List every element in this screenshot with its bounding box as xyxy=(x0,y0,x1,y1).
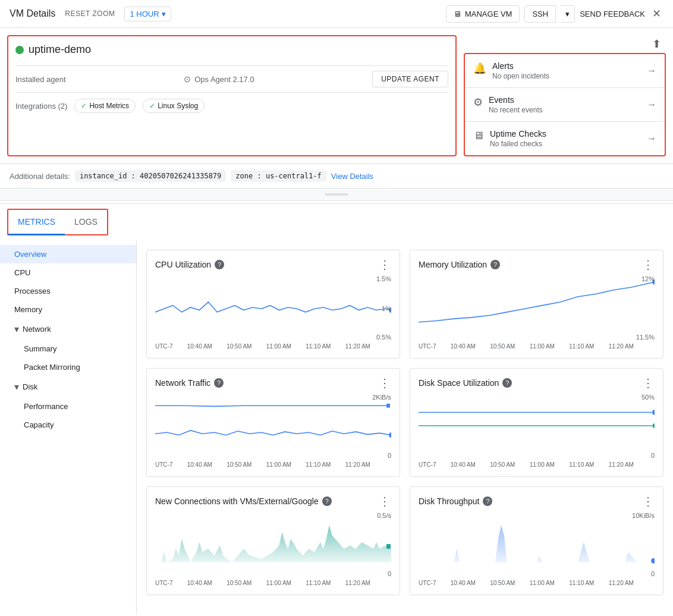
chart-header: Network Traffic ? ⋮ xyxy=(155,377,391,389)
y-label-bottom: 0 xyxy=(651,570,655,577)
y-label-top: 2KiB/s xyxy=(372,394,391,401)
send-feedback-button[interactable]: SEND FEEDBACK xyxy=(580,10,645,18)
manage-vm-label: MANAGE VM xyxy=(465,10,512,18)
x-label: 11:00 AM xyxy=(266,580,291,586)
y-label-top: 0.5/s xyxy=(377,512,391,519)
ssh-dropdown-button[interactable]: ▾ xyxy=(561,5,575,23)
integration-label: Host Metrics xyxy=(89,102,129,110)
page-title: VM Details xyxy=(10,8,55,19)
zone-badge: zone : us-central1-f xyxy=(231,170,326,182)
status-indicator xyxy=(15,46,24,54)
alert-item-left: 🔔 Alerts No open incidents xyxy=(473,61,549,80)
resize-handle[interactable] xyxy=(0,188,673,201)
chart-svg xyxy=(419,275,655,329)
alert-item-left: ⚙ Events No recent events xyxy=(473,95,543,114)
sidebar-item-network[interactable]: ▾ Network xyxy=(0,319,136,340)
x-label: UTC-7 xyxy=(419,461,436,468)
more-options-icon[interactable]: ⋮ xyxy=(379,495,391,507)
new-connections-chart: New Connections with VMs/External/Google… xyxy=(146,486,400,595)
more-options-icon[interactable]: ⋮ xyxy=(379,377,391,389)
top-bar-left: VM Details RESET ZOOM 1 HOUR ▾ xyxy=(10,7,171,21)
close-button[interactable]: ✕ xyxy=(650,5,663,23)
sidebar-label: Disk xyxy=(23,382,37,391)
time-selector[interactable]: 1 HOUR ▾ xyxy=(124,7,171,21)
x-label: 10:50 AM xyxy=(490,461,515,468)
more-options-icon[interactable]: ⋮ xyxy=(379,259,391,271)
chart-header: CPU Utilization ? ⋮ xyxy=(155,259,391,271)
tab-metrics[interactable]: METRICS xyxy=(8,210,65,235)
x-label: 11:00 AM xyxy=(530,461,555,468)
x-label: 11:00 AM xyxy=(266,343,291,350)
integration-label: Linux Syslog xyxy=(158,102,198,110)
sidebar-item-summary[interactable]: Summary xyxy=(0,340,136,358)
right-panel: ⬆ 🔔 Alerts No open incidents → ⚙ Events xyxy=(464,35,666,156)
y-label-mid: 1% xyxy=(382,305,391,312)
chart-svg xyxy=(155,394,391,447)
event-subtitle: No recent events xyxy=(489,106,543,114)
x-label: 11:10 AM xyxy=(569,580,594,586)
sidebar-label: CPU xyxy=(14,268,30,277)
tab-logs[interactable]: LOGS xyxy=(65,210,107,235)
y-label-top: 50% xyxy=(641,394,655,401)
chart-container: 12% 11.5% xyxy=(419,275,655,341)
events-item[interactable]: ⚙ Events No recent events → xyxy=(465,88,665,122)
uptime-checks-item[interactable]: 🖥 Uptime Checks No failed checks → xyxy=(465,122,665,155)
cpu-utilization-chart: CPU Utilization ? ⋮ 1.5% 1% 0.5% xyxy=(146,250,400,359)
integration-badge-linux-syslog: ✓ Linux Syslog xyxy=(143,99,205,113)
top-bar: VM Details RESET ZOOM 1 HOUR ▾ 🖥 MANAGE … xyxy=(0,0,673,28)
sidebar-label: Memory xyxy=(14,305,42,314)
x-label: 11:10 AM xyxy=(569,461,594,468)
chart-x-labels: UTC-7 10:40 AM 10:50 AM 11:00 AM 11:10 A… xyxy=(419,461,655,468)
x-label: 10:50 AM xyxy=(227,461,251,468)
sidebar-item-packet-mirroring[interactable]: Packet Mirroring xyxy=(0,358,136,376)
x-label: 10:40 AM xyxy=(451,343,476,350)
chevron-down-icon: ▾ xyxy=(565,10,570,18)
sidebar-item-performance[interactable]: Performance xyxy=(0,397,136,416)
sidebar-item-disk[interactable]: ▾ Disk xyxy=(0,376,136,397)
sidebar-item-capacity[interactable]: Capacity xyxy=(0,416,136,434)
charts-row-1: CPU Utilization ? ⋮ 1.5% 1% 0.5% xyxy=(146,250,663,359)
chart-x-labels: UTC-7 10:40 AM 10:50 AM 11:00 AM 11:10 A… xyxy=(155,343,391,350)
help-icon[interactable]: ? xyxy=(322,496,332,506)
chart-title-text: Network Traffic xyxy=(155,378,210,388)
svg-rect-5 xyxy=(653,424,655,428)
chart-title: Disk Throughput ? xyxy=(419,496,492,506)
metrics-section: METRICS LOGS Overview CPU Processes Memo… xyxy=(0,203,673,614)
help-icon[interactable]: ? xyxy=(215,260,224,269)
alerts-item[interactable]: 🔔 Alerts No open incidents → xyxy=(465,54,665,88)
arrow-icon: → xyxy=(647,65,656,76)
x-label: 10:50 AM xyxy=(227,580,251,586)
chart-title-text: Disk Space Utilization xyxy=(419,378,499,388)
y-label-top: 1.5% xyxy=(376,275,391,282)
collapse-button[interactable]: ⬆ xyxy=(464,35,666,53)
view-details-link[interactable]: View Details xyxy=(331,172,373,181)
help-icon[interactable]: ? xyxy=(502,378,512,388)
chart-x-labels: UTC-7 10:40 AM 10:50 AM 11:00 AM 11:10 A… xyxy=(419,580,655,586)
sidebar-item-overview[interactable]: Overview xyxy=(0,245,136,263)
sidebar-item-cpu[interactable]: CPU xyxy=(0,263,136,282)
chevron-down-icon: ▾ xyxy=(14,323,19,335)
chart-x-labels: UTC-7 10:40 AM 10:50 AM 11:00 AM 11:10 A… xyxy=(155,580,391,586)
more-options-icon[interactable]: ⋮ xyxy=(642,495,655,507)
tabs-container: METRICS LOGS xyxy=(0,204,673,240)
update-agent-button[interactable]: UPDATE AGENT xyxy=(372,71,448,87)
ssh-button[interactable]: SSH xyxy=(524,5,556,23)
installed-agent-label: Installed agent xyxy=(15,75,66,84)
uptime-text: Uptime Checks No failed checks xyxy=(490,129,546,148)
manage-vm-button[interactable]: 🖥 MANAGE VM xyxy=(446,5,520,23)
time-selector-label: 1 HOUR xyxy=(130,10,159,18)
more-options-icon[interactable]: ⋮ xyxy=(642,259,655,271)
instance-id-badge: instance_id : 4020507026241335879 xyxy=(75,170,226,182)
reset-zoom-button[interactable]: RESET ZOOM xyxy=(65,10,115,18)
help-icon[interactable]: ? xyxy=(490,260,500,269)
event-text: Events No recent events xyxy=(489,95,543,114)
help-icon[interactable]: ? xyxy=(214,378,224,388)
ssh-label: SSH xyxy=(532,10,548,18)
x-label: 11:10 AM xyxy=(306,343,331,350)
more-options-icon[interactable]: ⋮ xyxy=(642,377,655,389)
sidebar-item-memory[interactable]: Memory xyxy=(0,300,136,319)
sidebar-item-processes[interactable]: Processes xyxy=(0,282,136,300)
help-icon[interactable]: ? xyxy=(483,496,492,506)
vm-name: uptime-demo xyxy=(29,43,91,56)
x-label: 11:10 AM xyxy=(306,580,331,586)
